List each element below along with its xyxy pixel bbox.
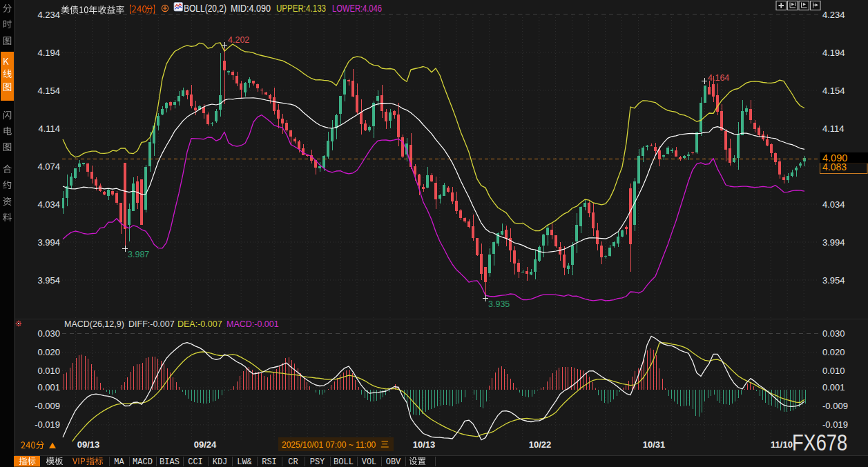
svg-text:UPPER:4.133: UPPER:4.133	[276, 2, 326, 14]
svg-text:DIFF:-0.007: DIFF:-0.007	[128, 319, 175, 329]
svg-text:09/13: 09/13	[77, 439, 100, 450]
svg-text:MID:4.090: MID:4.090	[231, 2, 271, 14]
svg-text:4.114: 4.114	[822, 123, 845, 134]
svg-text:-0.009: -0.009	[35, 401, 60, 411]
svg-text:0.001: 0.001	[822, 382, 845, 393]
svg-text:4.090: 4.090	[822, 152, 847, 163]
svg-text:FX678: FX678	[792, 430, 847, 455]
svg-text:3.954: 3.954	[822, 275, 845, 286]
svg-text:3.987: 3.987	[128, 250, 149, 259]
svg-text:10/31: 10/31	[643, 439, 666, 450]
svg-text:4.074: 4.074	[37, 161, 60, 172]
svg-text:BIAS: BIAS	[160, 457, 180, 467]
svg-text:4.034: 4.034	[822, 199, 845, 210]
svg-text:MACD: MACD	[133, 457, 153, 467]
svg-text:4.154: 4.154	[37, 86, 60, 96]
svg-text:-0.019: -0.019	[35, 419, 60, 430]
svg-text:3.935: 3.935	[488, 299, 510, 309]
svg-text:4.234: 4.234	[37, 10, 60, 20]
svg-text:2025/10/01 07:00 ~ 11:00: 2025/10/01 07:00 ~ 11:00	[282, 440, 376, 450]
svg-text:0.010: 0.010	[37, 366, 60, 376]
svg-text:0.030: 0.030	[37, 328, 60, 339]
svg-text:4.154: 4.154	[822, 86, 845, 96]
svg-text:-0.019: -0.019	[822, 419, 848, 430]
svg-text:4.234: 4.234	[822, 10, 845, 20]
svg-text:4.114: 4.114	[38, 123, 60, 134]
svg-text:09/24: 09/24	[194, 439, 217, 450]
svg-text:MA: MA	[114, 457, 124, 467]
svg-text:0.030: 0.030	[822, 328, 845, 339]
svg-text:4.164: 4.164	[708, 73, 729, 83]
svg-text:3.994: 3.994	[822, 237, 845, 248]
svg-text:4.202: 4.202	[228, 35, 249, 45]
svg-text:0.020: 0.020	[822, 347, 845, 357]
svg-text:KDJ: KDJ	[213, 457, 228, 467]
svg-text:VOL: VOL	[362, 457, 377, 467]
svg-text:BOLL(20,2): BOLL(20,2)	[184, 2, 226, 14]
svg-text:0.010: 0.010	[822, 366, 845, 376]
svg-text:3.954: 3.954	[37, 275, 60, 286]
svg-text:RSI: RSI	[262, 457, 277, 467]
svg-text:PSY: PSY	[310, 457, 325, 467]
svg-text:CR: CR	[288, 457, 298, 467]
svg-text:4.034: 4.034	[37, 199, 60, 210]
svg-text:4.194: 4.194	[822, 48, 845, 58]
svg-text:OBV: OBV	[386, 457, 401, 467]
svg-text:LW&: LW&	[237, 457, 252, 467]
svg-text:10/22: 10/22	[529, 439, 552, 450]
svg-text:MACD(26,12,9): MACD(26,12,9)	[64, 319, 124, 329]
svg-text:MACD:-0.001: MACD:-0.001	[226, 319, 279, 329]
svg-text:DEA:-0.007: DEA:-0.007	[177, 319, 222, 329]
svg-text:-0.009: -0.009	[822, 401, 848, 411]
svg-text:0.001: 0.001	[37, 382, 60, 393]
svg-text:11/10: 11/10	[771, 439, 793, 450]
svg-text:CCI: CCI	[188, 457, 203, 467]
svg-text:3.994: 3.994	[37, 237, 60, 248]
svg-text:0.020: 0.020	[37, 347, 60, 357]
svg-text:BOLL: BOLL	[334, 457, 354, 467]
svg-text:4.194: 4.194	[37, 48, 60, 58]
svg-text:10/13: 10/13	[413, 439, 436, 450]
svg-text:LOWER:4.046: LOWER:4.046	[332, 2, 382, 14]
